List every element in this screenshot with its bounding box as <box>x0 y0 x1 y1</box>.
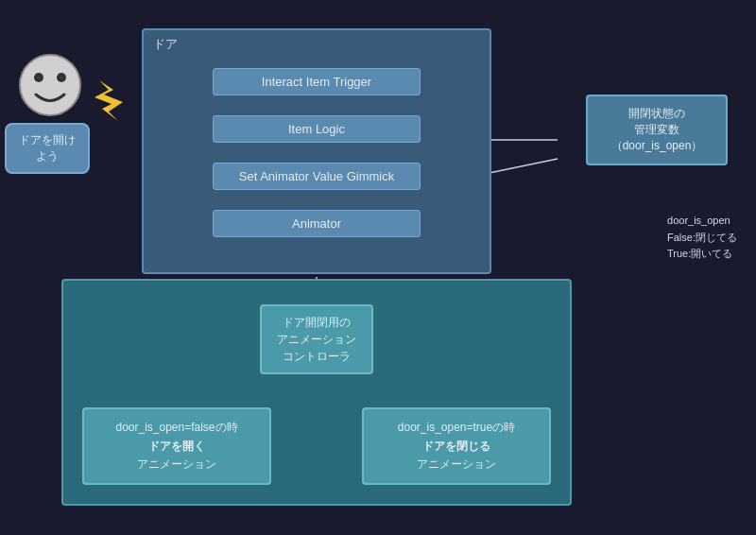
interact-trigger-label: Interact Item Trigger <box>262 75 371 89</box>
anim-false-box: door_is_open=falseの時 ドアを開く アニメーション <box>82 407 271 485</box>
speech-bubble: ドアを開けよう <box>5 123 90 174</box>
animator-label: Animator <box>292 216 341 231</box>
lightning-icon <box>94 80 123 121</box>
anim-false-action: ドアを開く <box>148 440 205 453</box>
svg-point-16 <box>20 55 80 115</box>
animator-box: Animator <box>213 210 421 237</box>
set-animator-box: Set Animator Value Gimmick <box>213 163 421 190</box>
svg-point-18 <box>57 73 66 82</box>
door-label: ドア <box>153 36 178 53</box>
anim-true-action: ドアを閉じる <box>422 440 490 453</box>
smiley-icon <box>17 52 83 118</box>
anim-true-box: door_is_open=trueの時 ドアを閉じる アニメーション <box>362 407 551 485</box>
interact-trigger-box: Interact Item Trigger <box>213 68 421 95</box>
anim-controller-label: ドア開閉用のアニメーションコントローラ <box>277 316 356 363</box>
anim-controller-box: ドア開閉用のアニメーションコントローラ <box>260 304 373 374</box>
state-info-label: door_is_openFalse:閉じてるTrue:開いてる <box>667 215 737 259</box>
item-logic-label: Item Logic <box>288 122 345 136</box>
state-info-text: door_is_openFalse:閉じてるTrue:開いてる <box>667 213 737 263</box>
door-container: ドア Interact Item Trigger Item Logic Set … <box>142 28 491 274</box>
anim-true-label: アニメーション <box>417 457 496 471</box>
anim-false-label: アニメーション <box>137 457 216 471</box>
anim-true-condition: door_is_open=trueの時 <box>398 421 515 434</box>
state-variable-box: 開閉状態の管理変数（door_is_open） <box>586 95 728 165</box>
state-variable-label: 開閉状態の管理変数（door_is_open） <box>611 107 703 152</box>
svg-point-17 <box>34 73 43 82</box>
item-logic-box: Item Logic <box>213 115 421 143</box>
anim-false-condition: door_is_open=falseの時 <box>115 421 237 434</box>
animator-container: ドア開閉用のアニメーションコントローラ door_is_open=falseの時… <box>61 279 572 506</box>
set-animator-label: Set Animator Value Gimmick <box>239 169 394 183</box>
speech-text: ドアを開けよう <box>19 133 76 163</box>
